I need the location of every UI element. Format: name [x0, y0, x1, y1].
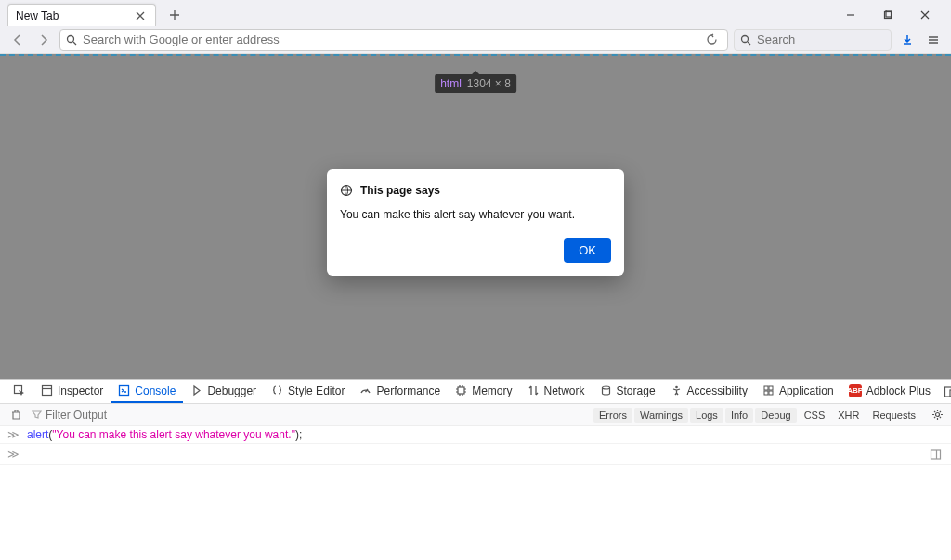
inspector-element-tag: html	[440, 77, 462, 90]
abp-icon: ABP	[849, 384, 862, 397]
console-filter-chips: Errors Warnings Logs Info Debug CSS XHR …	[593, 408, 945, 423]
console-code: alert("You can make this alert say whate…	[27, 428, 302, 441]
svg-rect-13	[764, 391, 768, 395]
close-window-button[interactable]	[906, 4, 944, 26]
titlebar: New Tab	[0, 0, 951, 26]
console-icon	[118, 384, 130, 397]
browser-tab[interactable]: New Tab	[7, 4, 156, 26]
tab-accessibility[interactable]: Accessibility	[663, 380, 755, 403]
svg-rect-12	[769, 386, 773, 390]
chip-errors[interactable]: Errors	[593, 408, 632, 423]
pick-element-icon	[13, 384, 26, 397]
tab-style-editor[interactable]: Style Editor	[264, 380, 352, 403]
console-settings-button[interactable]	[929, 409, 945, 421]
svg-point-21	[935, 413, 939, 417]
inspector-icon	[41, 384, 53, 397]
console-toolbar: Errors Warnings Logs Info Debug CSS XHR …	[0, 404, 951, 426]
responsive-mode-button[interactable]	[938, 380, 951, 404]
svg-rect-6	[43, 386, 52, 396]
clear-console-button[interactable]	[6, 405, 26, 425]
maximize-button[interactable]	[869, 4, 906, 26]
chip-css[interactable]: CSS	[799, 408, 831, 423]
chip-warnings[interactable]: Warnings	[634, 408, 688, 423]
svg-point-9	[602, 386, 609, 389]
console-input-line[interactable]: ≫ alert("You can make this alert say wha…	[0, 426, 951, 444]
performance-icon	[359, 384, 371, 397]
url-bar[interactable]	[59, 29, 728, 51]
debugger-icon	[190, 384, 202, 397]
downloads-button[interactable]	[897, 30, 918, 50]
search-icon	[66, 34, 77, 46]
window-controls	[832, 4, 944, 26]
reload-button[interactable]	[701, 30, 722, 50]
network-icon	[528, 384, 540, 397]
back-button[interactable]	[7, 30, 28, 50]
search-icon	[740, 34, 751, 46]
svg-rect-11	[764, 386, 768, 390]
chip-debug[interactable]: Debug	[755, 408, 796, 423]
search-bar[interactable]	[734, 29, 892, 51]
chip-info[interactable]: Info	[725, 408, 753, 423]
tab-close-button[interactable]	[133, 8, 148, 23]
console-prompt-icon: ≫	[7, 428, 20, 441]
svg-point-2	[68, 35, 74, 42]
application-icon	[762, 384, 775, 397]
console-prompt-icon: ≫	[7, 448, 20, 461]
minimize-button[interactable]	[832, 4, 869, 26]
page-viewport: html 1304 × 8 This page says You can mak…	[0, 54, 951, 379]
new-tab-button[interactable]	[162, 4, 188, 26]
url-input[interactable]	[83, 33, 696, 46]
chip-logs[interactable]: Logs	[690, 408, 723, 423]
alert-dialog: This page says You can make this alert s…	[327, 169, 624, 276]
filter-input[interactable]	[46, 409, 185, 422]
tab-application[interactable]: Application	[755, 380, 841, 403]
devtools-tabs: Inspector Console Debugger Style Editor …	[0, 380, 951, 404]
tab-inspector[interactable]: Inspector	[33, 380, 111, 403]
tab-performance[interactable]: Performance	[352, 380, 448, 403]
svg-rect-8	[458, 387, 464, 394]
tab-adblock[interactable]: ABPAdblock Plus	[841, 380, 938, 403]
tab-debugger[interactable]: Debugger	[183, 380, 264, 403]
nav-toolbar	[0, 26, 951, 54]
svg-rect-22	[931, 450, 940, 459]
style-editor-icon	[271, 384, 283, 397]
globe-icon	[340, 184, 353, 197]
memory-icon	[455, 384, 467, 397]
tab-memory[interactable]: Memory	[448, 380, 519, 403]
forward-button[interactable]	[33, 30, 54, 50]
tab-console[interactable]: Console	[111, 380, 183, 403]
dialog-ok-button[interactable]: OK	[564, 238, 611, 263]
inspector-size-tooltip: html 1304 × 8	[435, 74, 516, 93]
inspector-element-dims: 1304 × 8	[467, 77, 511, 90]
chip-xhr[interactable]: XHR	[832, 408, 865, 423]
svg-point-3	[742, 35, 749, 42]
tab-network[interactable]: Network	[520, 380, 593, 403]
console-filter[interactable]	[32, 409, 185, 422]
console-next-prompt[interactable]: ≫	[0, 444, 951, 465]
accessibility-icon	[671, 384, 683, 397]
svg-point-10	[675, 386, 678, 389]
console-output: ≫ alert("You can make this alert say wha…	[0, 426, 951, 560]
filter-icon	[32, 410, 42, 420]
svg-rect-14	[769, 391, 773, 395]
app-menu-button[interactable]	[923, 30, 944, 50]
tab-title: New Tab	[16, 9, 133, 22]
pick-element-button[interactable]	[6, 380, 33, 403]
tab-storage[interactable]: Storage	[593, 380, 663, 403]
storage-icon	[600, 384, 612, 397]
devtools-panel: Inspector Console Debugger Style Editor …	[0, 379, 951, 560]
dialog-message: You can make this alert say whatever you…	[340, 208, 611, 221]
chip-requests[interactable]: Requests	[867, 408, 921, 423]
split-panel-button[interactable]	[927, 446, 944, 462]
search-input[interactable]	[757, 33, 913, 46]
dialog-heading: This page says	[360, 184, 440, 197]
